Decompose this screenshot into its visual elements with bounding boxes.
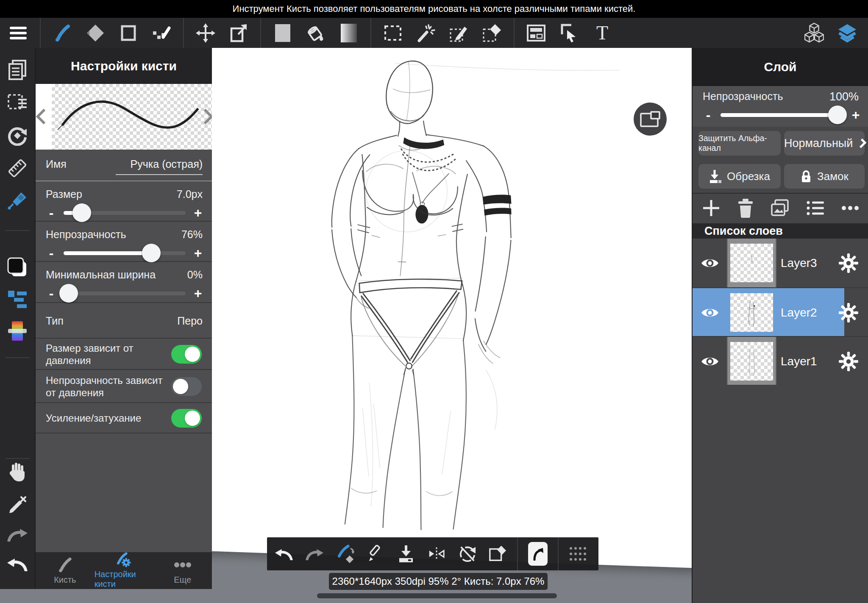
fill-tool-button[interactable] <box>306 23 326 43</box>
layer-opacity-plus[interactable]: + <box>850 108 861 122</box>
size-slider-thumb[interactable] <box>72 203 91 222</box>
opacity-pressure-toggle[interactable] <box>171 377 202 396</box>
layer-opacity-minus[interactable]: - <box>703 108 714 122</box>
brush-eraser-swap-button[interactable] <box>336 545 354 563</box>
add-layer-button[interactable] <box>702 199 721 217</box>
select-pen-tool-button[interactable] <box>449 23 469 43</box>
color-picker-button[interactable] <box>7 320 28 342</box>
minwidth-plus-button[interactable]: + <box>192 286 203 300</box>
sidebar-divider <box>5 458 30 459</box>
size-minus-button[interactable]: - <box>46 206 57 220</box>
airbrush-tool-button[interactable] <box>7 189 28 210</box>
layer-thumbnail[interactable] <box>730 342 773 381</box>
transform-tool-button[interactable] <box>229 23 248 43</box>
delete-layer-button[interactable] <box>737 198 754 218</box>
opacity-slider-thumb[interactable] <box>142 244 161 262</box>
pages-button[interactable] <box>8 60 27 80</box>
opacity-minus-button[interactable]: - <box>46 246 57 260</box>
layer-visibility-toggle[interactable] <box>700 306 720 320</box>
protect-alpha-button[interactable]: Защитить Альфа-канал <box>698 131 781 156</box>
minwidth-slider[interactable] <box>64 292 186 295</box>
foreground-color-button[interactable] <box>7 257 28 278</box>
opacity-slider[interactable] <box>64 251 186 255</box>
opacity-plus-button[interactable]: + <box>192 246 203 260</box>
undo-button[interactable] <box>7 557 28 571</box>
home-indicator[interactable] <box>317 593 557 598</box>
save-button[interactable] <box>397 545 415 563</box>
eyedropper-pen-button[interactable] <box>8 495 27 514</box>
reset-rotation-button[interactable] <box>458 545 476 563</box>
redo-button[interactable] <box>7 527 28 542</box>
layer-row-layer2[interactable]: Layer2 <box>693 287 868 337</box>
size-plus-button[interactable]: + <box>192 206 203 220</box>
layer-more-button[interactable] <box>841 200 860 217</box>
layer-settings-button[interactable] <box>839 253 858 273</box>
brush-list-button[interactable] <box>7 290 28 309</box>
polyline-pen-tool-button[interactable] <box>152 23 171 43</box>
quick-pen-button[interactable] <box>366 545 385 563</box>
select-rect-tool-button[interactable] <box>383 23 403 43</box>
canvas-document[interactable] <box>212 48 692 572</box>
layer-thumbnail[interactable] <box>730 293 773 332</box>
quick-undo-button[interactable] <box>275 545 293 563</box>
layer-settings-button[interactable] <box>839 303 858 322</box>
fade-toggle[interactable] <box>171 409 202 428</box>
layers-panel-button[interactable] <box>837 23 857 43</box>
layer-list-button[interactable] <box>806 200 825 217</box>
blend-mode-button[interactable]: Нормальный <box>784 131 865 156</box>
gradient-icon <box>341 24 357 42</box>
quick-redo-button[interactable] <box>305 545 324 563</box>
brush-panel-tabs: Кисть Настройки кисти Еще <box>36 552 212 589</box>
menu-button[interactable] <box>8 23 28 43</box>
text-tool-button[interactable]: T <box>593 23 612 43</box>
size-slider[interactable] <box>64 211 186 215</box>
layer-visibility-toggle[interactable] <box>700 256 720 270</box>
duplicate-layer-button[interactable] <box>770 199 790 217</box>
toolbar-drag-handle[interactable] <box>569 545 587 563</box>
hand-tool-button[interactable] <box>8 462 27 481</box>
canvas-area[interactable] <box>212 48 692 603</box>
select-layout-button[interactable] <box>7 94 28 112</box>
select-eraser-tool-button[interactable] <box>482 23 502 43</box>
navigator-button[interactable] <box>634 103 667 136</box>
minwidth-slider-thumb[interactable] <box>59 284 78 303</box>
fullscreen-button[interactable] <box>528 542 548 566</box>
panels-layout-button[interactable] <box>526 23 546 43</box>
clipping-button[interactable]: Обрезка <box>698 164 781 189</box>
eraser-icon <box>86 24 105 42</box>
move-tool-button[interactable] <box>196 23 215 43</box>
layer-row-layer1[interactable]: Layer1 <box>693 336 868 386</box>
size-label: Размер <box>46 188 82 200</box>
layer-visibility-toggle[interactable] <box>700 354 720 369</box>
materials-button[interactable] <box>804 23 824 43</box>
rectangle-icon <box>119 24 138 42</box>
shape-tool-button[interactable] <box>119 23 138 43</box>
tab-more[interactable]: Еще <box>153 552 212 589</box>
magic-wand-tool-button[interactable] <box>416 23 436 43</box>
rotate-canvas-button[interactable] <box>7 125 28 146</box>
brush-type-row[interactable]: Тип Перо <box>36 304 212 339</box>
previous-brush-button[interactable] <box>36 109 52 125</box>
eraser-tool-button[interactable] <box>86 23 105 43</box>
brush-opacity-row: Непрозрачность 76% - + <box>36 222 212 262</box>
layer-opacity-slider[interactable] <box>721 113 843 117</box>
object-select-button[interactable] <box>559 23 579 43</box>
tab-brush-settings[interactable]: Настройки кисти <box>95 552 153 589</box>
panels-icon <box>526 24 546 42</box>
minwidth-minus-button[interactable]: - <box>46 286 57 300</box>
fade-row: Усиление/затухание <box>36 404 212 433</box>
layer-row-layer3[interactable]: Layer3 <box>693 239 868 287</box>
gradient-tool-button[interactable] <box>339 23 359 43</box>
lock-button[interactable]: Замок <box>784 164 865 189</box>
layer-opacity-thumb[interactable] <box>828 106 847 124</box>
tab-brush[interactable]: Кисть <box>36 552 95 589</box>
layer-settings-button[interactable] <box>839 352 858 371</box>
brush-name-row[interactable]: Имя Ручка (острая) <box>36 150 212 181</box>
ruler-button[interactable] <box>7 158 28 178</box>
color-swatch-button[interactable] <box>273 23 292 43</box>
clear-layer-button[interactable] <box>488 545 507 563</box>
flip-horizontal-button[interactable] <box>427 545 446 563</box>
layer-thumbnail[interactable] <box>730 244 773 282</box>
size-pressure-toggle[interactable] <box>171 345 202 364</box>
brush-tool-button[interactable] <box>53 23 72 43</box>
